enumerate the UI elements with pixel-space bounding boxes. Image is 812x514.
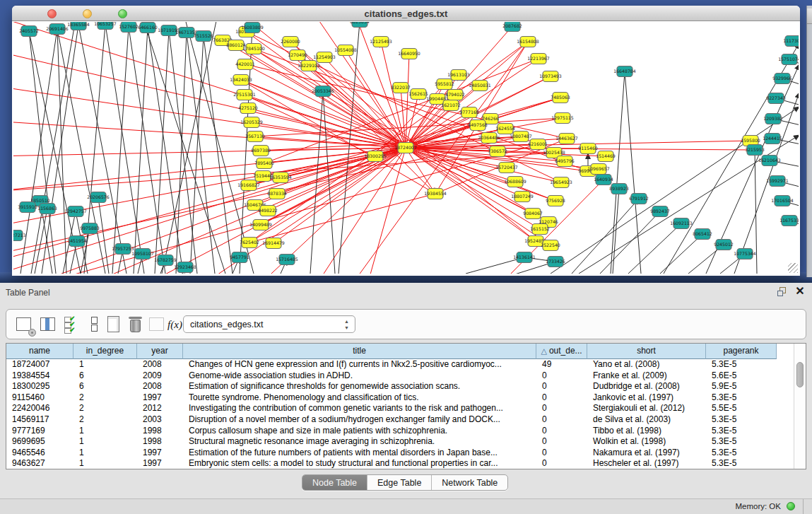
graph-node[interactable]: 3567130 [245, 132, 265, 142]
table-row[interactable]: 1872400712008Changes of HCN gene express… [6, 359, 777, 370]
graph-node[interactable]: 1244415 [763, 134, 782, 144]
graph-node[interactable]: 2260080 [281, 37, 300, 47]
graph-node[interactable]: 16353594 [269, 173, 292, 183]
network-window-titlebar[interactable]: citations_edges.txt [12, 6, 800, 21]
graph-node[interactable]: 6466160 [138, 23, 158, 33]
graph-node[interactable]: 8878334 [267, 189, 287, 199]
graph-node[interactable]: 9975883 [80, 223, 100, 234]
tab-edge-table[interactable]: Edge Table [367, 475, 432, 490]
table-row[interactable]: 946554611997Estimation of the future num… [6, 448, 777, 459]
graph-node[interactable]: 1562615 [408, 89, 428, 100]
graph-node[interactable]: 19384554 [424, 189, 447, 199]
graph-node[interactable]: 1514469 [596, 151, 616, 162]
table-row[interactable]: 946362711997Embryonic stem cells: a mode… [6, 458, 777, 469]
graph-node[interactable]: 17845100 [242, 44, 265, 54]
graph-node[interactable]: 15751074 [778, 54, 799, 65]
graph-node[interactable]: 16914479 [262, 238, 285, 249]
new-table-icon[interactable] [105, 316, 123, 334]
window-resize-grip[interactable] [788, 263, 798, 273]
column-header-in_degree[interactable]: in_degree [73, 344, 137, 359]
graph-node[interactable]: 18807249 [511, 192, 534, 202]
graph-node[interactable]: 16648784 [613, 66, 636, 77]
graph-node[interactable]: 14136141 [513, 252, 536, 263]
table-row[interactable]: 977716911998Corpus callosum shape and si… [6, 426, 777, 437]
graph-node[interactable]: 10554088 [334, 45, 357, 56]
graph-node[interactable]: 1615152 [530, 224, 550, 235]
graph-node[interactable]: 27515301 [233, 90, 256, 100]
graph-node[interactable]: 6497568 [468, 120, 488, 131]
graph-node[interactable]: 8065412 [693, 229, 712, 240]
graph-node[interactable]: 2522540 [541, 240, 560, 251]
graph-node[interactable]: 9498222 [258, 206, 278, 216]
tab-network-table[interactable]: Network Table [432, 475, 507, 490]
graph-node[interactable]: 6216001 [528, 139, 548, 150]
graph-node[interactable]: 10973493 [539, 71, 562, 82]
graph-node[interactable]: 19613103 [447, 70, 470, 81]
graph-node[interactable]: 4275120 [238, 103, 258, 114]
graph-node[interactable]: 2087682 [502, 22, 522, 32]
graph-node[interactable]: 12923468 [174, 262, 196, 273]
graph-node[interactable]: 11254903 [313, 52, 336, 63]
delete-table-icon[interactable] [126, 316, 144, 334]
column-header-pagerank[interactable]: pagerank [706, 344, 777, 359]
graph-node[interactable]: 9756928 [546, 196, 565, 206]
tab-node-table[interactable]: Node Table [302, 475, 367, 490]
memory-status-icon[interactable] [787, 502, 795, 510]
graph-node[interactable]: 6794022 [445, 90, 465, 100]
graph-node[interactable]: 10653257 [94, 22, 117, 30]
graph-node[interactable]: 12213967 [527, 54, 550, 64]
graph-node[interactable]: 10775344 [734, 249, 756, 259]
graph-node[interactable]: 8813054 [350, 22, 370, 28]
graph-node[interactable]: 1270490 [288, 50, 307, 61]
graph-node[interactable]: 5955812 [435, 79, 454, 90]
table-scrollbar-thumb[interactable] [796, 362, 804, 387]
graph-node[interactable]: 1624554 [495, 124, 515, 134]
graph-node[interactable]: 9457791 [230, 252, 249, 263]
graph-node[interactable]: 8938923 [609, 184, 629, 194]
graph-node[interactable]: 9227343 [766, 93, 786, 104]
graph-node[interactable]: 8860124 [226, 40, 246, 51]
graph-node[interactable]: 9245012 [714, 240, 734, 250]
column-header-year[interactable]: year [137, 344, 183, 359]
table-settings-icon[interactable] [16, 316, 34, 334]
column-header-out_de[interactable]: △out_de... [536, 344, 587, 359]
column-header-title[interactable]: title [183, 344, 536, 359]
graph-node[interactable]: 7386572 [488, 146, 507, 157]
table-row[interactable]: 911546021997Tourette syndrome. Phenomeno… [6, 392, 777, 404]
graph-node[interactable]: 20364486 [478, 133, 500, 144]
graph-node[interactable]: 9084067 [523, 209, 543, 219]
graph-node[interactable]: 16640950 [398, 49, 420, 59]
graph-node[interactable]: 10688609 [504, 177, 526, 187]
graph-node[interactable]: 16210643 [758, 156, 781, 166]
function-builder-icon[interactable]: f(x) [166, 316, 184, 334]
graph-node[interactable]: 18724007 [394, 143, 417, 153]
graph-node[interactable]: 6791912 [629, 194, 649, 204]
merge-cells-icon[interactable] [86, 316, 103, 334]
graph-node[interactable]: 18365584 [67, 22, 90, 30]
graph-node[interactable]: 15716485 [276, 255, 298, 265]
graph-node[interactable]: 1451954 [67, 236, 87, 247]
graph-node[interactable]: 1209382 [763, 114, 783, 124]
graph-node[interactable]: 16092113 [670, 218, 693, 229]
graph-node[interactable]: 16083809 [241, 23, 264, 33]
graph-node[interactable]: 7515526 [194, 31, 213, 42]
graph-node[interactable]: 3915910 [18, 202, 37, 213]
graph-node[interactable]: 16154808 [517, 37, 539, 47]
graph-node[interactable]: 9777169 [459, 107, 479, 118]
graph-node[interactable]: 20053346 [312, 86, 334, 97]
graph-node[interactable]: 7895400 [254, 158, 274, 169]
graph-node[interactable]: 18229103 [298, 61, 320, 71]
graph-node[interactable]: 10958107 [131, 249, 154, 259]
graph-node[interactable]: 7625402 [240, 238, 259, 248]
graph-node[interactable]: 15720437 [495, 163, 518, 173]
graph-node[interactable]: 18300295 [364, 151, 387, 162]
column-header-short[interactable]: short [587, 344, 706, 359]
graph-node[interactable]: 1117306 [783, 36, 799, 47]
graph-node[interactable]: 8322037 [391, 83, 411, 93]
graph-node[interactable]: 4420011 [235, 59, 255, 70]
graph-node[interactable]: 14463627 [555, 134, 578, 144]
table-row[interactable]: 1938455462009Genome-wide association stu… [6, 370, 777, 382]
table-row[interactable]: 1456911722003Disruption of a novel membe… [6, 414, 777, 426]
graph-node[interactable]: 7485063 [551, 93, 570, 103]
graph-node[interactable]: 16782759 [154, 255, 177, 266]
